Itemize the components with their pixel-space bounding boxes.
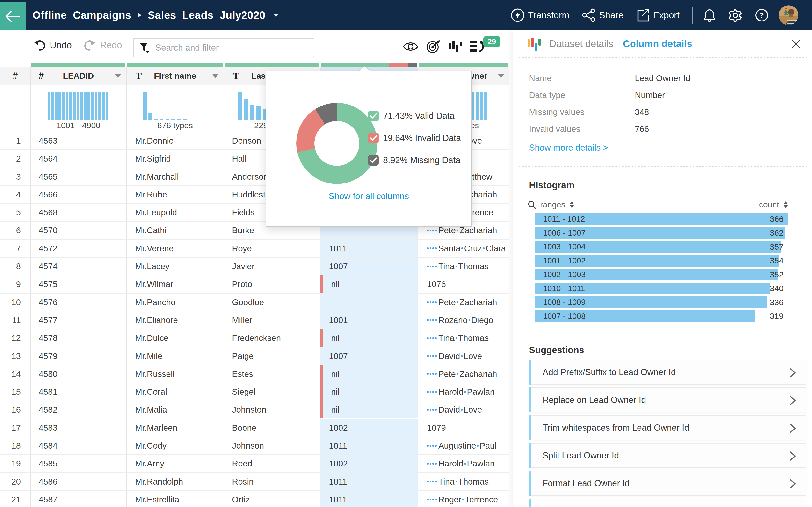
- legend-checkbox[interactable]: [368, 111, 379, 121]
- export-button[interactable]: Export: [636, 8, 679, 22]
- cell-first[interactable]: Mr.Wilmar: [135, 276, 224, 293]
- cell-leadid[interactable]: 4577: [39, 312, 126, 329]
- cell-last[interactable]: Javier: [232, 258, 320, 275]
- mini-hist-bar[interactable]: [51, 92, 54, 120]
- close-panel-button[interactable]: [791, 39, 801, 49]
- cell-ownerid[interactable]: 1007: [320, 258, 418, 275]
- cell-leadid[interactable]: 4563: [39, 132, 126, 150]
- mini-hist-bar[interactable]: [98, 92, 101, 120]
- ranges-sort-header[interactable]: ranges: [540, 200, 565, 209]
- search-input[interactable]: [155, 43, 291, 53]
- quality-valid-segment[interactable]: [128, 62, 223, 67]
- mini-hist-bar[interactable]: [91, 92, 94, 120]
- suggestion-card[interactable]: Format Lead Owner Id: [529, 471, 806, 496]
- mini-hist-bar[interactable]: [48, 92, 50, 120]
- cell-last[interactable]: Reed: [232, 455, 320, 472]
- tab-column-details[interactable]: Column details: [623, 38, 692, 49]
- suggestion-card[interactable]: Split Lead Owner Id: [529, 443, 806, 468]
- mini-hist-bar[interactable]: [106, 92, 108, 120]
- cell-first[interactable]: Mr.Cody: [135, 437, 224, 454]
- cell-ownerid[interactable]: 1001: [320, 312, 418, 329]
- cell-ownerid[interactable]: [320, 294, 418, 311]
- cell-leadid[interactable]: 4580: [39, 365, 126, 383]
- mini-hist-bar[interactable]: [475, 92, 479, 120]
- cell-first[interactable]: Mr.Randolph: [135, 473, 224, 490]
- cell-last[interactable]: Fredericksen: [232, 329, 320, 347]
- quality-invalid-segment[interactable]: [389, 62, 408, 67]
- cell-first[interactable]: Mr.Marchall: [135, 168, 224, 185]
- show-for-all-columns-link[interactable]: Show for all columns: [329, 191, 409, 201]
- cell-last[interactable]: Paige: [232, 347, 320, 365]
- quality-valid-segment[interactable]: [32, 62, 125, 67]
- cell-leadid[interactable]: 4587: [39, 491, 126, 507]
- column-stats-button[interactable]: [448, 40, 462, 53]
- mini-hist-bar[interactable]: [143, 92, 147, 120]
- tab-dataset-details[interactable]: Dataset details: [549, 38, 613, 49]
- transform-button[interactable]: Transform: [511, 8, 570, 22]
- cell-last[interactable]: Proto: [232, 276, 320, 293]
- cell-first[interactable]: Mr.Lacey: [135, 258, 224, 275]
- cell-last[interactable]: Ortiz: [232, 491, 320, 507]
- dataset-dropdown-caret-icon[interactable]: [273, 13, 278, 17]
- suggestion-card[interactable]: Replace on Lead Owner Id: [529, 388, 806, 412]
- mini-hist-bar[interactable]: [55, 92, 57, 120]
- settings-button[interactable]: [728, 8, 743, 22]
- cell-first[interactable]: Mr.Estrellita: [135, 491, 224, 507]
- histogram-bar-row[interactable]: 1006 - 1007362: [535, 227, 788, 241]
- histogram-bar-row[interactable]: 1011 - 1012366: [535, 213, 788, 227]
- target-button[interactable]: [426, 40, 440, 53]
- mini-hist-bar[interactable]: [80, 92, 83, 120]
- redo-button[interactable]: Redo: [84, 39, 122, 51]
- count-sort-header[interactable]: count: [759, 200, 788, 209]
- cell-ownerid[interactable]: 1002: [320, 419, 418, 437]
- legend-checkbox[interactable]: [368, 133, 379, 144]
- cell-first[interactable]: Mr.Sigfrid: [135, 150, 224, 167]
- mini-histogram-first-name[interactable]: 676 types: [126, 86, 224, 131]
- cell-last[interactable]: Estes: [232, 365, 320, 383]
- cell-ownerid[interactable]: 1011: [320, 473, 418, 490]
- mini-hist-bar[interactable]: [244, 99, 248, 120]
- suggestion-card[interactable]: [529, 499, 806, 507]
- breadcrumb-dataset[interactable]: Sales_Leads_July2020: [148, 9, 265, 21]
- back-button[interactable]: [0, 2, 26, 31]
- histogram-bar-row[interactable]: 1008 - 1009336: [535, 296, 788, 311]
- cell-leadid[interactable]: 4575: [39, 276, 126, 293]
- column-menu-caret-icon[interactable]: [212, 74, 218, 78]
- cell-first[interactable]: Mr.Marleen: [135, 419, 224, 437]
- quality-missing-segment[interactable]: [408, 62, 417, 67]
- cell-last[interactable]: Rosin: [232, 473, 320, 490]
- mini-histogram-leadid[interactable]: 1001 - 4900: [31, 86, 126, 131]
- histogram-bar-row[interactable]: 1001 - 1002354: [535, 255, 788, 269]
- cell-last[interactable]: Goodloe: [232, 294, 320, 311]
- mini-hist-bar[interactable]: [95, 92, 97, 120]
- cell-leadid[interactable]: 4564: [39, 150, 126, 167]
- cell-first[interactable]: Mr.Rube: [135, 186, 224, 203]
- search-icon[interactable]: [527, 201, 536, 209]
- cell-first[interactable]: Mr.Malia: [135, 401, 224, 418]
- cell-leadid[interactable]: 4568: [39, 204, 126, 221]
- cell-leadid[interactable]: 4574: [39, 258, 126, 275]
- cell-ownerid[interactable]: nil: [320, 383, 418, 400]
- help-button[interactable]: ?: [755, 8, 768, 22]
- histogram-bar-row[interactable]: 1003 - 1004357: [535, 241, 788, 255]
- cell-first[interactable]: Mr.Verene: [135, 240, 224, 257]
- cell-last[interactable]: Miller: [232, 312, 320, 329]
- undo-button[interactable]: Undo: [34, 39, 72, 51]
- suggestion-card[interactable]: Trim whitespaces from Lead Owner Id: [529, 415, 806, 440]
- cell-first[interactable]: Mr.Cathi: [135, 222, 224, 239]
- cell-leadid[interactable]: 4585: [39, 455, 126, 472]
- cell-ownerid[interactable]: 1011: [320, 437, 418, 454]
- histogram-bar-row[interactable]: 1007 - 1008319: [535, 311, 788, 325]
- mini-hist-bar[interactable]: [484, 92, 488, 120]
- mini-hist-bar[interactable]: [148, 113, 152, 120]
- cell-first[interactable]: Mr.Donnie: [135, 132, 224, 150]
- quality-valid-segment[interactable]: [225, 62, 319, 67]
- mini-hist-bar[interactable]: [250, 105, 254, 120]
- mini-hist-bar[interactable]: [58, 92, 61, 120]
- mini-hist-bar[interactable]: [77, 92, 79, 120]
- mini-hist-bar[interactable]: [62, 92, 65, 120]
- preview-eye-button[interactable]: [403, 41, 418, 52]
- quality-valid-segment[interactable]: [418, 62, 508, 67]
- share-button[interactable]: Share: [582, 8, 623, 22]
- mini-hist-bar[interactable]: [480, 92, 483, 120]
